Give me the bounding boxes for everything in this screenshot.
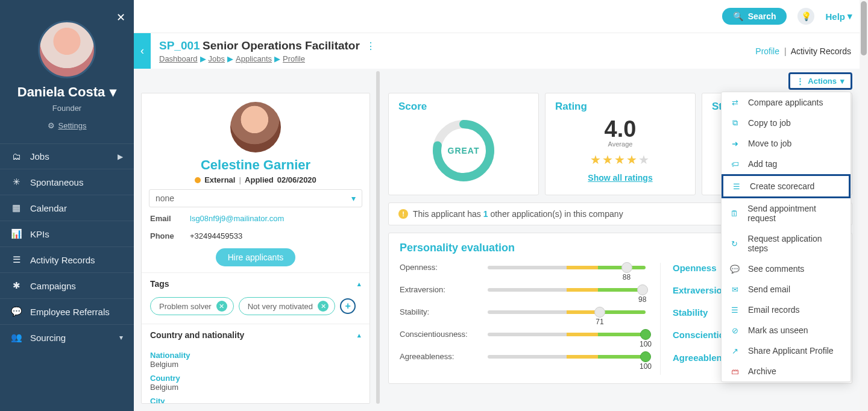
action-mark-as-unseen[interactable]: ⊘Mark as unseen xyxy=(722,320,851,340)
action-archive[interactable]: 🗃Archive xyxy=(722,361,851,381)
slider-knob[interactable] xyxy=(640,351,651,362)
notice-count: 1 xyxy=(483,209,488,219)
action-share-applicant-profile[interactable]: ↗Share Applicant Profile xyxy=(722,340,851,361)
close-icon[interactable]: ✕ xyxy=(116,11,125,24)
user-name-text: Daniela Costa xyxy=(17,84,105,100)
action-label: Add tag xyxy=(748,159,777,169)
action-compare-applicants[interactable]: ⇄Compare applicants xyxy=(722,92,851,113)
tab-profile[interactable]: Profile xyxy=(755,46,779,56)
search-button[interactable]: 🔍 Search xyxy=(722,8,787,25)
menu-icon: 📊 xyxy=(11,228,22,239)
country-header-label: Country and nationality xyxy=(150,330,244,340)
crumb-dashboard[interactable]: Dashboard xyxy=(159,54,198,63)
collapse-sidebar-button[interactable]: ‹ xyxy=(134,33,151,69)
sidebar-item-activity-records[interactable]: ☰Activity Records xyxy=(0,246,134,272)
menu-icon: ▦ xyxy=(11,202,22,213)
resize-handle[interactable] xyxy=(376,71,380,404)
phone-value: +32494459533 xyxy=(190,231,242,240)
action-icon: ✉ xyxy=(730,285,740,294)
sidebar-item-kpis[interactable]: 📊KPIs xyxy=(0,221,134,246)
menu-label: Spontaneous xyxy=(30,177,83,187)
crumb-jobs[interactable]: Jobs xyxy=(209,54,225,63)
trait-value: 71 xyxy=(596,318,603,326)
trait-value: 100 xyxy=(640,340,652,348)
crumb-profile[interactable]: Profile xyxy=(283,54,305,63)
action-label: Request application steps xyxy=(748,234,842,253)
slider-knob[interactable] xyxy=(640,329,651,340)
trait-value: 100 xyxy=(640,362,652,371)
tab-activity[interactable]: Activity Records xyxy=(791,46,851,56)
remove-tag-icon[interactable]: ✕ xyxy=(318,301,329,312)
more-icon: ⋮ xyxy=(796,77,804,86)
chevron-down-icon[interactable]: ▾ xyxy=(110,84,116,100)
action-send-email[interactable]: ✉Send email xyxy=(722,279,851,300)
slider-knob[interactable] xyxy=(594,307,605,318)
warning-icon: ! xyxy=(398,209,408,219)
trait-slider[interactable]: 88 xyxy=(488,266,646,269)
trait-slider[interactable]: 100 xyxy=(488,355,646,359)
candidate-status-row: External | Applied 02/06/2020 xyxy=(142,175,370,184)
user-name[interactable]: Daniela Costa ▾ xyxy=(0,84,134,100)
action-label: Mark as unseen xyxy=(748,325,808,335)
source-select[interactable]: none ▾ xyxy=(149,189,362,207)
trait-label: Agreeableness: xyxy=(400,352,478,361)
action-request-application-steps[interactable]: ↻Request application steps xyxy=(722,228,851,259)
settings-label[interactable]: Settings xyxy=(58,121,87,130)
trait-slider[interactable]: 100 xyxy=(488,333,646,336)
trait-label: Conscientiousness: xyxy=(400,330,478,339)
source-value: none xyxy=(156,193,174,203)
trait-label: Stability: xyxy=(400,307,478,316)
action-icon: ☰ xyxy=(732,182,741,191)
actions-button[interactable]: ⋮ Actions ▾ xyxy=(788,72,852,90)
sidebar-item-spontaneous[interactable]: ✳Spontaneous xyxy=(0,169,134,195)
tag-text: Problem solver xyxy=(159,302,212,311)
country-value: Belgium xyxy=(150,383,361,392)
sidebar-item-sourcing[interactable]: 👥Sourcing▾ xyxy=(0,324,134,350)
settings-link[interactable]: ⚙ Settings xyxy=(0,121,134,130)
action-icon: 💬 xyxy=(730,265,740,274)
action-icon: 🗓 xyxy=(730,209,739,218)
sidebar-item-employee-referrals[interactable]: 💬Employee Referrals xyxy=(0,298,134,324)
topbar: 🔍 Search 💡 Help ▾ xyxy=(134,0,860,33)
applied-date: 02/06/2020 xyxy=(277,175,316,184)
job-title: Senior Operations Facilitator xyxy=(203,39,360,52)
action-see-comments[interactable]: 💬See comments xyxy=(722,259,851,279)
candidate-avatar[interactable] xyxy=(230,102,281,152)
page-header: ‹ SP_001 Senior Operations Facilitator ⋮… xyxy=(134,33,860,69)
action-create-scorecard[interactable]: ☰Create scorecard xyxy=(722,174,851,198)
action-label: Move to job xyxy=(748,139,791,148)
hire-button[interactable]: Hire applicants xyxy=(216,248,296,266)
remove-tag-icon[interactable]: ✕ xyxy=(216,301,227,312)
country-section-header[interactable]: Country and nationality ▴ xyxy=(142,324,370,346)
trait-row: Extraversion: 98 xyxy=(400,285,646,294)
tag-chip: Problem solver✕ xyxy=(150,297,234,315)
sidebar-item-campaigns[interactable]: ✱Campaigns xyxy=(0,272,134,298)
slider-knob[interactable] xyxy=(637,284,648,295)
action-email-records[interactable]: ☰Email records xyxy=(722,300,851,320)
chevron-down-icon: ▾ xyxy=(351,193,356,203)
kebab-icon[interactable]: ⋮ xyxy=(366,41,376,51)
external-label: External xyxy=(204,175,235,184)
action-icon: ↻ xyxy=(730,239,740,248)
chevron-down-icon: ▾ xyxy=(840,77,844,86)
menu-icon: ✳ xyxy=(11,177,22,187)
hint-icon[interactable]: 💡 xyxy=(797,8,814,25)
action-move-to-job[interactable]: ➜Move to job xyxy=(722,133,851,154)
action-copy-to-job[interactable]: ⧉Copy to job xyxy=(722,113,851,133)
show-ratings-link[interactable]: Show all ratings xyxy=(555,173,685,183)
slider-knob[interactable] xyxy=(621,262,632,273)
sidebar-item-jobs[interactable]: 🗂Jobs▶ xyxy=(0,143,134,169)
user-avatar[interactable] xyxy=(38,20,96,78)
action-add-tag[interactable]: 🏷Add tag xyxy=(722,154,851,174)
crumb-applicants[interactable]: Applicants xyxy=(236,54,272,63)
trait-slider[interactable]: 98 xyxy=(488,288,646,292)
add-tag-button[interactable]: + xyxy=(340,298,356,314)
email-value[interactable]: lsg08nf9j9@mailinator.com xyxy=(190,214,284,223)
page-scrollbar[interactable] xyxy=(861,1,867,55)
tags-section-header[interactable]: Tags ▴ xyxy=(142,272,370,295)
help-link[interactable]: Help ▾ xyxy=(825,11,852,22)
trait-slider[interactable]: 71 xyxy=(488,310,646,314)
star-icon: ★ xyxy=(638,153,650,166)
action-send-appointment-request[interactable]: 🗓Send appointment request xyxy=(722,198,851,228)
sidebar-item-calendar[interactable]: ▦Calendar xyxy=(0,195,134,221)
